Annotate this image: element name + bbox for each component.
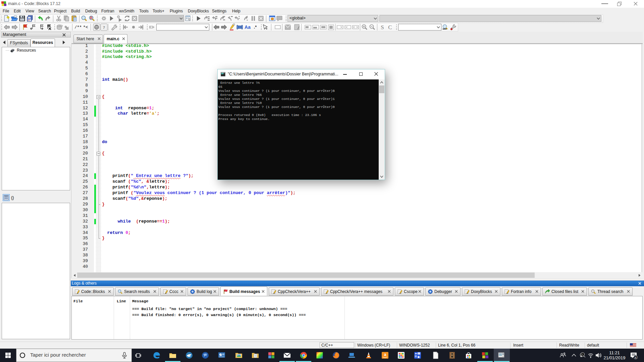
svg-text:Aa: Aa <box>245 24 251 30</box>
svg-text:a: a <box>384 352 386 357</box>
svg-text:4: 4 <box>635 356 636 359</box>
svg-text:C: C <box>388 24 392 31</box>
svg-text:S: S <box>381 24 384 31</box>
svg-text:*<: *< <box>83 25 88 30</box>
svg-text:/**: /** <box>74 25 82 30</box>
svg-text:.*: .* <box>254 24 257 29</box>
svg-text:R: R <box>90 16 93 20</box>
svg-text:?: ? <box>103 25 105 30</box>
